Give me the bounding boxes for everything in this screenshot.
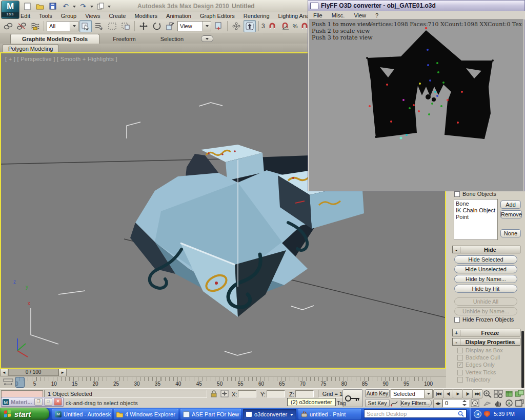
select-manipulate-icon[interactable] <box>230 20 243 32</box>
redo-icon[interactable]: ↷ <box>77 1 89 12</box>
key-filters-button[interactable]: Key Filters... <box>400 399 432 407</box>
menu-animation[interactable]: Animation <box>166 13 191 19</box>
taskbar-item-ase-doc[interactable]: ASE Part FOr New O... <box>180 409 241 419</box>
selection-set-combo[interactable]: Selected <box>391 389 433 398</box>
reference-coordinate-arrow-icon[interactable] <box>203 22 211 31</box>
select-link-icon[interactable] <box>2 20 14 32</box>
unlink-icon[interactable] <box>15 20 28 32</box>
select-by-name-icon[interactable] <box>93 20 105 32</box>
rectangular-selection-region-icon[interactable] <box>106 20 118 32</box>
selection-lock-icon[interactable] <box>210 390 217 397</box>
converter-menu-view[interactable]: View <box>354 12 366 18</box>
menu-graph-editors[interactable]: Graph Editors <box>200 13 235 19</box>
close-icon[interactable]: ✕ <box>54 398 62 406</box>
open-mini-curve-editor-icon[interactable] <box>3 378 14 386</box>
pan-2d-icon[interactable] <box>483 399 492 407</box>
fetch-icon[interactable] <box>95 1 106 12</box>
scrub-track[interactable]: 0 / 100 <box>8 369 58 376</box>
auto-key-button[interactable]: Auto Key <box>365 389 390 397</box>
window-crossing-icon[interactable] <box>119 20 132 32</box>
select-scale-icon[interactable] <box>164 20 176 32</box>
hide-frozen-objects-checkbox[interactable] <box>454 317 460 323</box>
menu-edit[interactable]: Edit <box>21 13 30 19</box>
orbit-icon[interactable] <box>504 399 514 407</box>
menu-create[interactable]: Create <box>109 13 126 19</box>
zoom-icon[interactable] <box>483 390 492 398</box>
taskbar-item-o3dconverter[interactable]: o3dconverter <box>243 409 296 419</box>
hide-unselected-button[interactable]: Hide Unselected <box>454 265 517 273</box>
save-file-icon[interactable] <box>47 1 58 12</box>
taskbar-item-explorer[interactable]: 4 Windows Explorer <box>114 409 178 419</box>
select-object-icon[interactable] <box>79 20 92 32</box>
menu-rendering[interactable]: Rendering <box>244 13 270 19</box>
hide-by-hit-button[interactable]: Hide by Hit <box>454 285 517 293</box>
frame-spinner[interactable] <box>461 400 468 406</box>
tab-graphite-modeling-tools[interactable]: Graphite Modeling Tools <box>10 34 99 44</box>
hide-rollout-header[interactable]: - Hide <box>452 246 520 253</box>
zoom-extents-icon[interactable] <box>504 390 514 398</box>
panel-scrollbar[interactable] <box>521 331 524 388</box>
angle-snap-icon[interactable] <box>279 20 292 32</box>
menu-tools[interactable]: Tools <box>39 13 52 19</box>
scrub-prev-icon[interactable]: ◂ <box>0 369 8 376</box>
track-bar[interactable]: 0510 152025 303540 455055 606570 758085 … <box>0 376 446 389</box>
ribbon-minimize-button[interactable] <box>201 35 213 42</box>
new-file-icon[interactable] <box>22 1 33 12</box>
restore-icon[interactable]: ❐ <box>34 398 43 406</box>
time-slider[interactable] <box>15 377 25 388</box>
tab-freeform[interactable]: Freeform <box>102 34 147 44</box>
next-frame-button[interactable]: |▶ <box>462 389 473 398</box>
default-in-out-tangent-icon[interactable] <box>391 400 398 407</box>
maximize-icon[interactable]: □ <box>44 398 52 406</box>
search-desktop-box[interactable]: Search Desktop <box>364 409 467 418</box>
go-to-start-button[interactable]: |◀◀ <box>433 389 443 398</box>
converter-menu-file[interactable]: File <box>313 12 322 18</box>
zoom-all-icon[interactable] <box>494 390 503 398</box>
list-item[interactable]: Bone <box>456 201 496 207</box>
bind-spacewarp-icon[interactable] <box>29 20 41 32</box>
tray-shield-icon[interactable] <box>484 411 490 417</box>
redo-dropdown-icon[interactable] <box>90 6 93 9</box>
undo-icon[interactable]: ↶ <box>60 1 71 12</box>
display-properties-rollout-header[interactable]: - Display Properties <box>452 338 520 346</box>
freeze-rollout-header[interactable]: + Freeze <box>452 329 520 336</box>
list-item[interactable]: Point <box>456 214 496 221</box>
selection-filter-combo[interactable]: All <box>47 21 78 31</box>
taskbar-item-3dsmax[interactable]: M Untitled - Autodesk ... <box>52 409 112 419</box>
time-configuration-icon[interactable] <box>471 399 479 407</box>
menu-modifiers[interactable]: Modifiers <box>134 13 157 19</box>
use-pivot-center-icon[interactable] <box>212 20 225 32</box>
x-coordinate-field[interactable] <box>238 390 256 397</box>
select-rotate-icon[interactable] <box>151 20 163 32</box>
start-button[interactable]: start <box>0 408 49 420</box>
taskbar-item-paint[interactable]: untitled - Paint <box>298 409 361 419</box>
go-to-end-button[interactable]: ▶▶| <box>472 389 482 398</box>
selection-filter-arrow-icon[interactable] <box>70 22 78 31</box>
o3d-converter-titlebar[interactable]: FlyFF O3D converter - obj_GATE01.o3d <box>308 1 524 11</box>
zoom-extents-all-icon[interactable] <box>515 390 524 398</box>
converter-menu-help[interactable]: ? <box>375 12 378 18</box>
add-button[interactable]: Add <box>500 201 521 209</box>
minimized-material-editor-window[interactable]: M Materi... ❐ □ ✕ <box>1 397 64 407</box>
pan-hand-icon[interactable] <box>494 399 503 407</box>
set-key-button[interactable]: Set Key <box>365 399 390 407</box>
select-move-icon[interactable] <box>137 20 150 32</box>
bone-objects-checkbox[interactable] <box>454 191 460 197</box>
converter-menu-misc[interactable]: Misc. <box>332 12 345 18</box>
absolute-mode-icon[interactable] <box>220 390 229 397</box>
hide-selected-button[interactable]: Hide Selected <box>454 255 517 264</box>
tab-selection[interactable]: Selection <box>149 34 195 44</box>
key-mode-toggle-button[interactable]: ◀▶ <box>433 399 442 408</box>
search-icon[interactable] <box>458 411 464 417</box>
hide-by-name-button[interactable]: Hide by Name... <box>454 275 517 283</box>
scrub-next-icon[interactable]: ▸ <box>58 369 67 376</box>
keyboard-shortcut-override-icon[interactable] <box>244 20 256 32</box>
remove-button[interactable]: Remove <box>500 210 522 218</box>
snaps-toggle-icon[interactable] <box>266 20 278 32</box>
menu-views[interactable]: Views <box>85 13 100 19</box>
y-coordinate-field[interactable] <box>267 390 285 397</box>
menu-group[interactable]: Group <box>61 13 77 19</box>
z-coordinate-field[interactable] <box>295 390 314 397</box>
app-logo-button[interactable]: M3DS <box>1 1 19 19</box>
undo-dropdown-icon[interactable] <box>73 6 76 9</box>
